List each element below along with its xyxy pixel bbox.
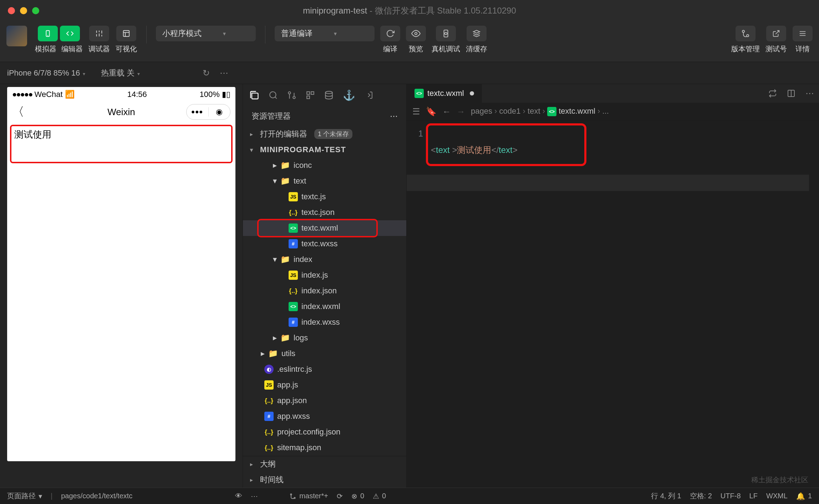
eol[interactable]: LF — [749, 492, 758, 500]
clear-cache-label: 清缓存 — [466, 44, 487, 54]
file-row[interactable]: #app.wxss — [243, 408, 406, 424]
login-icon[interactable] — [365, 91, 373, 99]
file-row[interactable]: #textc.wxss — [243, 236, 406, 252]
project-root[interactable]: ▾MINIPROGRAM-TEST — [243, 142, 406, 158]
wxml-file-icon: <> — [414, 89, 424, 98]
open-editors-section[interactable]: ▸打开的编辑器1 个未保存 — [243, 126, 406, 142]
simulator-label: 模拟器 — [35, 44, 56, 54]
nav-back-icon[interactable]: ← — [442, 107, 451, 117]
notification-bell[interactable]: 🔔 1 — [796, 492, 812, 500]
file-tree: ▸📁iconc▾📁textJStextc.js{..}textc.json<>t… — [243, 158, 406, 456]
mode-dropdown[interactable]: 小程序模式▾ — [156, 26, 256, 41]
explorer-header: 资源管理器 ⋯ — [243, 106, 406, 126]
editor-toggle[interactable] — [60, 26, 80, 41]
page-path-selector[interactable]: 页面路径 ▾ — [7, 491, 42, 501]
file-row[interactable]: #index.wxss — [243, 314, 406, 330]
file-row[interactable]: JSapp.js — [243, 377, 406, 393]
docker-icon[interactable]: ⚓ — [343, 89, 355, 101]
bookmark-icon[interactable]: 🔖 — [426, 107, 437, 117]
simulator-toggle[interactable] — [38, 26, 58, 41]
compile-button[interactable] — [380, 26, 400, 41]
folder-row[interactable]: ▸📁iconc — [243, 158, 406, 173]
file-row[interactable]: {..}textc.json — [243, 205, 406, 220]
svg-point-11 — [415, 32, 417, 35]
remote-debug-label: 真机调试 — [432, 44, 460, 54]
test-number-label: 测试号 — [765, 44, 787, 54]
tab-more-icon[interactable]: ⋯ — [800, 88, 819, 98]
clear-cache-button[interactable] — [467, 26, 487, 41]
file-row[interactable]: {..}app.json — [243, 393, 406, 408]
visual-toggle[interactable] — [116, 26, 136, 41]
phone-nav-title: Weixin — [107, 107, 135, 118]
window-title: miniprogram-test - 微信开发者工具 Stable 1.05.2… — [303, 5, 516, 16]
file-row[interactable]: ◐.eslintrc.js — [243, 361, 406, 377]
preview-button[interactable] — [406, 26, 426, 41]
cursor-position[interactable]: 行 4, 列 1 — [651, 491, 681, 501]
folder-row[interactable]: ▾📁text — [243, 173, 406, 189]
file-row[interactable]: {..}project.config.json — [243, 424, 406, 440]
back-icon[interactable]: 〈 — [12, 104, 24, 120]
list-icon[interactable]: ☰ — [412, 107, 420, 117]
folder-row[interactable]: ▸📁utils — [243, 346, 406, 361]
db-icon[interactable] — [324, 91, 334, 100]
debugger-toggle[interactable] — [89, 26, 109, 41]
window-minimize-button[interactable] — [20, 7, 27, 14]
compile-dropdown[interactable]: 普通编译▾ — [275, 26, 375, 41]
svg-line-16 — [775, 31, 779, 34]
capsule-menu-icon[interactable]: ••• — [187, 107, 208, 118]
version-mgmt-label: 版本管理 — [731, 44, 760, 54]
svg-point-22 — [288, 92, 291, 94]
compare-icon[interactable] — [763, 89, 782, 98]
hot-reload-selector[interactable]: 热重载 关 ▾ — [101, 68, 140, 78]
warning-count[interactable]: ⚠ 0 — [373, 492, 386, 500]
file-row[interactable]: <>index.wxml — [243, 299, 406, 314]
file-row[interactable]: {..}index.json — [243, 283, 406, 299]
device-selector[interactable]: iPhone 6/7/8 85% 16 ▾ — [7, 68, 85, 78]
file-row[interactable]: <>textc.wxml — [243, 220, 406, 236]
minimap[interactable] — [809, 120, 819, 488]
preview-eye-icon[interactable]: 👁 — [235, 492, 242, 500]
project-avatar[interactable] — [6, 26, 27, 46]
simulator-panel: ●●●●● WeChat 📶 14:56 100% ▮▯ 〈 Weixin ••… — [0, 84, 243, 488]
folder-row[interactable]: ▾📁index — [243, 252, 406, 267]
breadcrumb[interactable]: pages › code1 › text › <> textc.wxml › .… — [471, 107, 609, 116]
explorer-more-icon[interactable]: ⋯ — [390, 112, 398, 121]
explorer-icon[interactable] — [249, 90, 259, 100]
remote-debug-button[interactable] — [436, 26, 456, 41]
file-row[interactable]: JSindex.js — [243, 267, 406, 283]
refresh-icon[interactable]: ↻ — [200, 68, 213, 78]
editor-label: 编辑器 — [61, 44, 83, 54]
file-row[interactable]: JStextc.js — [243, 189, 406, 205]
encoding[interactable]: UTF-8 — [721, 492, 741, 500]
outline-section[interactable]: ▸大纲 — [243, 456, 406, 472]
svg-rect-26 — [307, 96, 310, 99]
highlight-annotation-sim: 测试使用 — [10, 125, 233, 163]
rendered-text: 测试使用 — [14, 129, 51, 140]
indent-setting[interactable]: 空格: 2 — [690, 491, 712, 501]
timeline-section[interactable]: ▸时间线 — [243, 472, 406, 488]
test-number-button[interactable] — [766, 26, 786, 41]
more-icon[interactable]: ⋯ — [218, 68, 230, 78]
nav-forward-icon[interactable]: → — [457, 107, 465, 117]
folder-row[interactable]: ▸📁logs — [243, 330, 406, 346]
details-button[interactable] — [793, 26, 813, 41]
version-mgmt-button[interactable] — [736, 26, 756, 41]
svg-rect-24 — [307, 92, 310, 94]
status-more-icon[interactable]: ⋯ — [251, 492, 258, 500]
language-mode[interactable]: WXML — [766, 492, 788, 500]
extensions-icon[interactable] — [306, 91, 315, 100]
window-maximize-button[interactable] — [32, 7, 39, 14]
error-count[interactable]: ⊗ 0 — [351, 492, 364, 500]
search-icon[interactable] — [269, 91, 278, 100]
editor-tabbar: <> textc.wxml ⋯ — [407, 84, 819, 103]
git-branch[interactable]: master*+ — [289, 492, 328, 500]
code-editor[interactable]: 1 <text >测试使用</text> — [407, 120, 819, 488]
capsule-button[interactable]: ••• ◉ — [186, 104, 230, 120]
editor-tab[interactable]: <> textc.wxml — [407, 84, 482, 103]
split-icon[interactable] — [782, 89, 800, 98]
capsule-close-icon[interactable]: ◉ — [208, 107, 230, 117]
git-icon[interactable] — [287, 91, 296, 100]
window-close-button[interactable] — [8, 7, 15, 14]
file-row[interactable]: {..}sitemap.json — [243, 440, 406, 456]
sync-icon[interactable]: ⟳ — [337, 492, 343, 500]
